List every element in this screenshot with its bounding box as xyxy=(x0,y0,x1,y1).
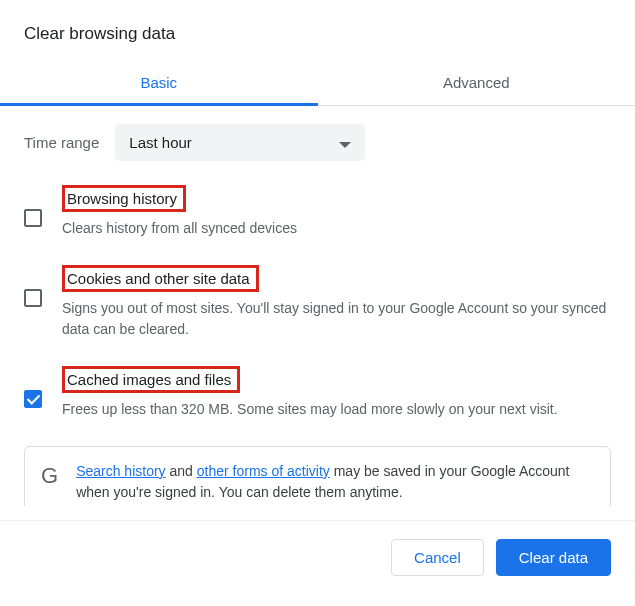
option-desc: Frees up less than 320 MB. Some sites ma… xyxy=(62,399,611,420)
tab-basic[interactable]: Basic xyxy=(0,60,318,105)
clear-data-button[interactable]: Clear data xyxy=(496,539,611,576)
option-cookies: Cookies and other site data Signs you ou… xyxy=(24,265,611,340)
time-range-value: Last hour xyxy=(129,134,192,151)
cancel-button[interactable]: Cancel xyxy=(391,539,484,576)
dialog-content[interactable]: Time range Last hour Browsing history Cl… xyxy=(0,106,635,506)
dialog-footer: Cancel Clear data xyxy=(0,520,635,606)
search-history-link[interactable]: Search history xyxy=(76,463,165,479)
time-range-row: Time range Last hour xyxy=(24,124,611,161)
option-cached: Cached images and files Frees up less th… xyxy=(24,366,611,420)
dialog-title: Clear browsing data xyxy=(0,0,635,60)
option-browsing-history: Browsing history Clears history from all… xyxy=(24,185,611,239)
tab-advanced[interactable]: Advanced xyxy=(318,60,636,105)
other-activity-link[interactable]: other forms of activity xyxy=(197,463,330,479)
time-range-label: Time range xyxy=(24,134,99,151)
google-logo-icon: G xyxy=(41,465,58,487)
checkbox-cached[interactable] xyxy=(24,390,42,408)
option-title: Browsing history xyxy=(62,185,186,212)
clear-browsing-data-dialog: Clear browsing data Basic Advanced Time … xyxy=(0,0,635,506)
tab-bar: Basic Advanced xyxy=(0,60,635,106)
option-desc: Signs you out of most sites. You'll stay… xyxy=(62,298,611,340)
option-title: Cached images and files xyxy=(62,366,240,393)
option-title: Cookies and other site data xyxy=(62,265,259,292)
time-range-select[interactable]: Last hour xyxy=(115,124,365,161)
checkbox-browsing-history[interactable] xyxy=(24,209,42,227)
checkbox-cookies[interactable] xyxy=(24,289,42,307)
google-account-info: G Search history and other forms of acti… xyxy=(24,446,611,506)
option-desc: Clears history from all synced devices xyxy=(62,218,611,239)
chevron-down-icon xyxy=(339,134,351,151)
info-text: Search history and other forms of activi… xyxy=(76,461,594,503)
